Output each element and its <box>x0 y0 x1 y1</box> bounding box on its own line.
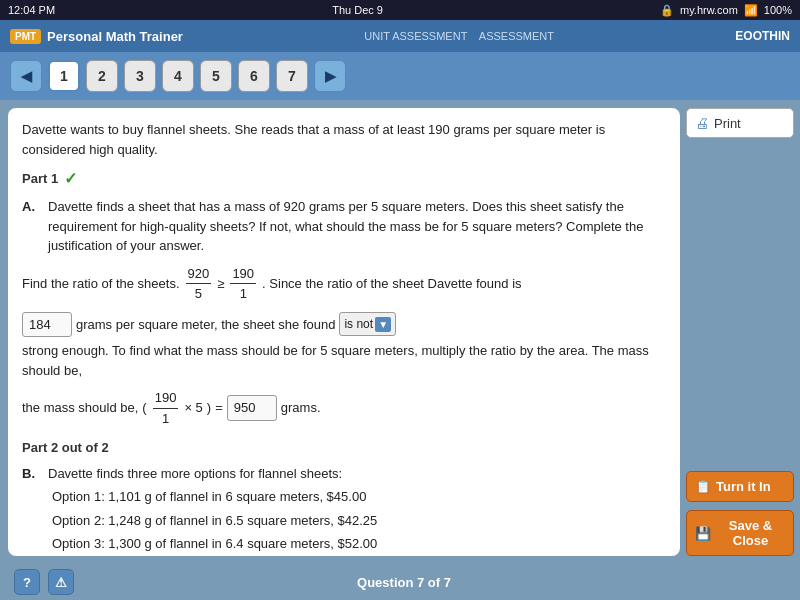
help-button[interactable]: ? <box>14 569 40 595</box>
fraction-3: 190 1 <box>153 388 179 428</box>
question-b-letter: B. <box>22 464 40 557</box>
nav-back-button[interactable]: ◀ <box>10 60 42 92</box>
fraction-2: 190 1 <box>228 264 258 304</box>
header-assessment: ASSESSMENT <box>479 30 554 42</box>
print-button[interactable]: 🖨 Print <box>686 108 794 138</box>
mass-should-be: the mass should be, <box>22 398 138 418</box>
equals-symbol: = <box>215 398 223 418</box>
math-suffix: . Since the ratio of the sheet Davette f… <box>262 274 521 294</box>
save-close-button[interactable]: 💾 Save & Close <box>686 510 794 556</box>
right-sidebar: 🖨 Print 📋 Turn it In 💾 Save & Close <box>680 100 800 564</box>
app-header: PMT Personal Math Trainer UNIT ASSESSMEN… <box>0 20 800 52</box>
main-layout: Davette wants to buy flannel sheets. She… <box>0 100 800 564</box>
paren-close: ) <box>207 398 211 418</box>
warning-button[interactable]: ⚠ <box>48 569 74 595</box>
grams-end: grams. <box>281 398 321 418</box>
sidebar-spacer <box>686 146 794 463</box>
status-url: my.hrw.com <box>680 4 738 16</box>
turn-in-button[interactable]: 📋 Turn it In <box>686 471 794 502</box>
part1-checkmark: ✓ <box>64 167 77 191</box>
option-1: Option 1: 1,101 g of flannel in 6 square… <box>48 487 666 507</box>
nav-page-3[interactable]: 3 <box>124 60 156 92</box>
fraction-1: 920 5 <box>184 264 214 304</box>
nav-page-4[interactable]: 4 <box>162 60 194 92</box>
part1-label: Part 1 ✓ <box>22 167 666 191</box>
math-prefix: Find the ratio of the sheets. <box>22 274 180 294</box>
nav-forward-button[interactable]: ▶ <box>314 60 346 92</box>
content-area: Davette wants to buy flannel sheets. She… <box>8 108 680 556</box>
strong-label: strong enough. To find what the mass sho… <box>22 341 666 380</box>
status-day: Thu Dec 9 <box>332 4 383 16</box>
app-header-center: UNIT ASSESSMENT ASSESSMENT <box>364 30 554 42</box>
dropdown-arrow-icon: ▼ <box>375 317 391 332</box>
paren-open: ( <box>142 398 146 418</box>
option-3: Option 3: 1,300 g of flannel in 6.4 squa… <box>48 534 666 554</box>
status-time: 12:04 PM <box>8 4 55 16</box>
app-title: Personal Math Trainer <box>47 29 183 44</box>
nav-page-2[interactable]: 2 <box>86 60 118 92</box>
nav-page-5[interactable]: 5 <box>200 60 232 92</box>
math-line-2: 184 grams per square meter, the sheet sh… <box>22 312 666 381</box>
answer-box-2[interactable]: 950 <box>227 395 277 421</box>
save-close-icon: 💾 <box>695 526 711 541</box>
geq-symbol: ≥ <box>217 274 224 294</box>
question-a-block: A. Davette finds a sheet that has a mass… <box>22 197 666 256</box>
nav-page-7[interactable]: 7 <box>276 60 308 92</box>
status-bar: 12:04 PM Thu Dec 9 🔒 my.hrw.com 📶 100% <box>0 0 800 20</box>
lock-icon: 🔒 <box>660 4 674 17</box>
nav-bar: ◀ 1 2 3 4 5 6 7 ▶ <box>0 52 800 100</box>
answer-box-1[interactable]: 184 <box>22 312 72 338</box>
app-logo: PMT <box>10 29 41 44</box>
dropdown-isnot[interactable]: is not ▼ <box>339 312 396 336</box>
turn-in-icon: 📋 <box>695 479 711 494</box>
app-header-right: EOOTHIN <box>735 29 790 43</box>
math-line-3: the mass should be, ( 190 1 × 5 ) = 950 … <box>22 388 666 428</box>
nav-page-1[interactable]: 1 <box>48 60 80 92</box>
question-info: Question 7 of 7 <box>357 575 451 590</box>
wifi-icon: 📶 <box>744 4 758 17</box>
math-line-1: Find the ratio of the sheets. 920 5 ≥ 19… <box>22 264 666 304</box>
problem-header-text: Davette wants to buy flannel sheets. She… <box>22 120 666 159</box>
nav-page-6[interactable]: 6 <box>238 60 270 92</box>
question-b-block: B. Davette finds three more options for … <box>22 464 666 557</box>
question-a-letter: A. <box>22 197 40 256</box>
option-2: Option 2: 1,248 g of flannel in 6.5 squa… <box>48 511 666 531</box>
bottom-bar: ? ⚠ Question 7 of 7 <box>0 564 800 600</box>
times5-label: × 5 <box>184 398 202 418</box>
header-unit: UNIT ASSESSMENT <box>364 30 467 42</box>
part2-label: Part 2 out of 2 <box>22 438 666 458</box>
question-b-text: Davette finds three more options for fla… <box>48 464 666 557</box>
grams-label: grams per square meter, the sheet she fo… <box>76 315 335 335</box>
bottom-left: ? ⚠ <box>14 569 74 595</box>
question-a-text: Davette finds a sheet that has a mass of… <box>48 197 666 256</box>
app-logo-area: PMT Personal Math Trainer <box>10 29 183 44</box>
print-icon: 🖨 <box>695 115 709 131</box>
battery-status: 100% <box>764 4 792 16</box>
